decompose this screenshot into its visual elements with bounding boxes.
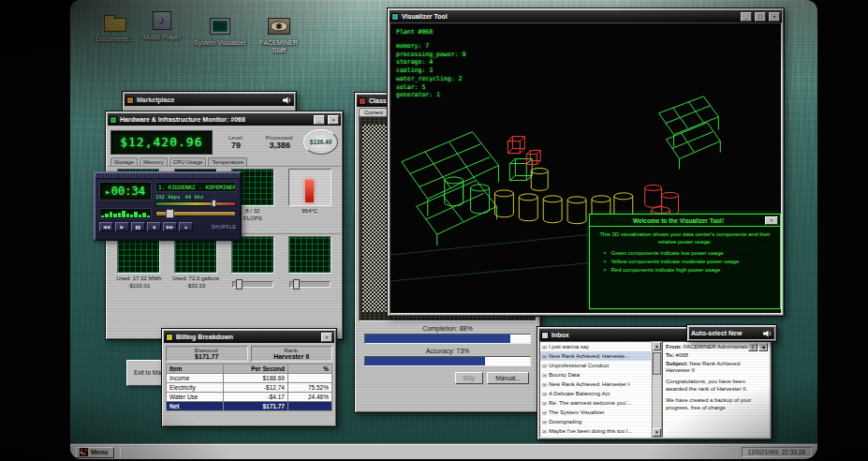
- previous-track-button[interactable]: ◀◀: [99, 222, 113, 231]
- na-slider-2[interactable]: [289, 281, 331, 288]
- monitor-titlebar[interactable]: Hardware & Infrastructure Monitor: #068 …: [108, 113, 341, 126]
- cpu-caption: 8 / 32FLOPS: [243, 208, 262, 222]
- inbox-window-icon: [541, 332, 549, 339]
- billing-titlebar[interactable]: Billing Breakdown ×: [164, 331, 334, 343]
- list-item[interactable]: ✉I just wanna say: [540, 342, 651, 351]
- play-button[interactable]: ▶: [115, 222, 129, 231]
- list-item[interactable]: ✉A Delicate Balancing Act: [540, 389, 651, 398]
- desktop-icon-music-player[interactable]: ♪ Music Player: [136, 9, 188, 41]
- welcome-dialog-title: Welcome to the Visualizer Tool!: [592, 217, 765, 224]
- track-title: 1. KIDDENKZ - KOPEMINER 44:57: [155, 182, 236, 192]
- table-row: Income$188.69: [167, 374, 332, 383]
- list-item[interactable]: ✉Re: The warmest welcome you'...: [540, 398, 651, 408]
- folder-icon: [104, 18, 126, 32]
- per-second-cell: $/second: $171.77: [166, 346, 248, 362]
- welcome-close-button[interactable]: ×: [765, 216, 778, 225]
- scrollbar-thumb[interactable]: [653, 352, 661, 375]
- message-body: Congratulations, you have been awarded t…: [666, 379, 766, 394]
- minimize-button[interactable]: _: [314, 115, 325, 125]
- message-list: ✉I just wanna say ✉New Rank Achieved: Ha…: [539, 341, 652, 438]
- water-caption: Used: 72.0 gallons-$33.33: [172, 275, 219, 290]
- na-display-1: [231, 236, 274, 274]
- completion-label: Completion: 88%: [360, 325, 535, 332]
- envelope-icon: ✉: [542, 419, 547, 425]
- previous-message-button[interactable]: ◀: [758, 343, 768, 351]
- accuracy-label: Accuracy: 73%: [360, 348, 535, 354]
- list-item[interactable]: ✉New Rank Achieved: Harvester I: [540, 379, 651, 389]
- balance-display: $12,420.96: [110, 130, 213, 155]
- crt-monitor-photo: Documents... ♪ Music Player System Visua…: [0, 0, 868, 461]
- eject-button[interactable]: ▲: [179, 222, 193, 231]
- list-item-selected[interactable]: ✉New Rank Achieved: Harveste...: [540, 351, 651, 361]
- table-row: Water Use-$4.1724.46%: [167, 393, 332, 402]
- inbox-window: Inbox ✉I just wanna say ✉New Rank Achiev…: [537, 326, 772, 440]
- close-button[interactable]: ×: [321, 333, 332, 342]
- window-title: Billing Breakdown: [176, 334, 233, 340]
- envelope-icon: ✉: [542, 353, 547, 360]
- scroll-up-button[interactable]: ▲: [653, 342, 661, 350]
- icon-label: Music Player: [136, 34, 188, 41]
- seek-slider[interactable]: [155, 211, 236, 216]
- close-button[interactable]: ×: [769, 12, 780, 22]
- manual-button[interactable]: Manual...: [487, 372, 529, 384]
- na-slider-1[interactable]: [232, 281, 273, 288]
- visualizer-titlebar[interactable]: Visualizer Tool _ □ ×: [390, 10, 782, 22]
- list-item[interactable]: ✉Downgrading: [540, 417, 651, 426]
- accuracy-progressbar: [364, 356, 531, 366]
- monitor-window-icon: [110, 116, 117, 124]
- desktop-icon-documents[interactable]: Documents...: [89, 11, 141, 43]
- desktop-icon-faceminer-staff[interactable]: FACEMINER Staff: [253, 15, 305, 55]
- scroll-down-button[interactable]: ▼: [653, 428, 661, 437]
- minimize-button[interactable]: _: [741, 12, 752, 22]
- faceminer-logo-icon: [80, 448, 88, 456]
- marketplace-titlebar[interactable]: Marketplace: [125, 94, 294, 106]
- visualizer-window-icon: [391, 13, 399, 21]
- water-display: [174, 236, 217, 274]
- skip-button[interactable]: Skip: [455, 372, 484, 384]
- icon-label: System Visualizer: [194, 39, 246, 47]
- tab-memory[interactable]: Memory: [140, 157, 168, 166]
- stop-button[interactable]: ■: [147, 222, 161, 231]
- close-button[interactable]: ×: [328, 115, 339, 125]
- speaker-icon[interactable]: [763, 330, 772, 337]
- shuffle-toggle[interactable]: SHUFFLE: [212, 224, 236, 230]
- welcome-intro: This 3D visualization shows your data ce…: [590, 227, 780, 247]
- desktop-icon-system-visualizer[interactable]: System Visualizer: [194, 15, 246, 47]
- list-item[interactable]: ✉The System Visualizer: [540, 408, 651, 417]
- na-display-2: [288, 236, 331, 274]
- billing-window: Billing Breakdown × $/second: $171.77 Ra…: [161, 328, 337, 427]
- envelope-icon: ✉: [542, 372, 547, 379]
- envelope-icon: ✉: [542, 363, 547, 369]
- spectrum-visualizer: [99, 208, 152, 219]
- menu-button[interactable]: Menu: [76, 447, 114, 458]
- tab-current[interactable]: Current: [359, 108, 389, 116]
- pause-autoselect-button[interactable]: ||: [748, 343, 758, 351]
- envelope-icon: ✉: [542, 428, 547, 435]
- next-track-button[interactable]: ▶▶: [163, 222, 177, 231]
- list-item[interactable]: ✉Bounty Data: [540, 370, 651, 379]
- volume-slider[interactable]: [155, 201, 236, 206]
- taskbar-separator: [120, 447, 121, 457]
- pause-button[interactable]: ▮▮: [131, 222, 145, 231]
- inbox-scrollbar[interactable]: ▲ ▼: [652, 341, 662, 438]
- speaker-icon[interactable]: [283, 97, 292, 104]
- window-title: Visualizer Tool: [402, 13, 448, 20]
- thermometer-fill: [305, 180, 314, 202]
- tab-cpu-usage[interactable]: CPU Usage: [169, 157, 207, 166]
- list-item[interactable]: ✉Unprofessional Conduct: [540, 361, 651, 370]
- envelope-icon: ✉: [542, 381, 547, 388]
- list-item[interactable]: ✉Maybe I've been doing this too l...: [540, 426, 651, 436]
- stream-info: 192 kbps 44 khz: [155, 194, 236, 200]
- billing-window-icon: [166, 334, 173, 341]
- tab-temperature[interactable]: Temperature: [208, 157, 247, 166]
- table-row: Electricity-$12.7475.52%: [167, 383, 332, 393]
- eye-photo-icon: [268, 18, 290, 35]
- maximize-button[interactable]: □: [755, 12, 766, 22]
- tab-storage[interactable]: Storage: [110, 157, 138, 166]
- autoselect-titlebar[interactable]: Auto-select New: [689, 327, 774, 339]
- collect-rate-button[interactable]: $136.40: [303, 129, 338, 155]
- visualizer-window: Visualizer Tool _ □ × Plant #068 memory:…: [387, 7, 785, 317]
- visualizer-3d-view[interactable]: Plant #068 memory: 7 processing_power: 9…: [390, 22, 782, 314]
- music-player-window: ▶ 00:34 1. KIDDENKZ - KOPEMINER 44:57 19…: [94, 171, 242, 241]
- power-caption: Used: 17.32 MWh-$103.01: [116, 275, 161, 290]
